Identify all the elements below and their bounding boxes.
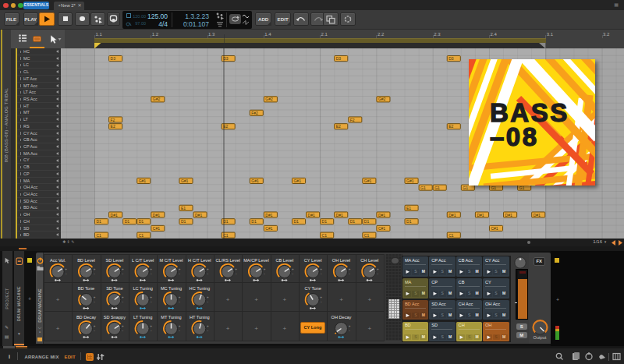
svg-text:-: - xyxy=(122,272,124,276)
svg-text:D#1: D#1 xyxy=(153,213,160,217)
svg-text:G1: G1 xyxy=(463,186,468,190)
svg-text:C#1: C#1 xyxy=(491,226,498,231)
svg-text:-: - xyxy=(151,272,152,276)
svg-text:Acc Vol.: Acc Vol. xyxy=(50,258,66,263)
svg-text:-: - xyxy=(349,272,350,276)
svg-text:E2: E2 xyxy=(336,124,341,129)
svg-text:+: + xyxy=(320,267,322,271)
svg-text:D1: D1 xyxy=(406,219,412,224)
svg-text:C#1: C#1 xyxy=(378,226,385,231)
svg-text:CB Level: CB Level xyxy=(275,258,293,263)
svg-text:D#1: D#1 xyxy=(336,213,343,217)
svg-text:+: + xyxy=(150,324,152,328)
svg-text:+: + xyxy=(282,325,286,332)
svg-text:CH Level: CH Level xyxy=(360,258,378,263)
svg-text:C#1: C#1 xyxy=(153,226,160,231)
svg-text:+: + xyxy=(207,267,209,271)
svg-text:-: - xyxy=(207,300,209,304)
svg-text:C1: C1 xyxy=(364,233,370,238)
svg-text:-: - xyxy=(264,272,265,276)
svg-text:+: + xyxy=(367,325,371,332)
svg-text:D#1: D#1 xyxy=(195,213,202,217)
svg-text:+: + xyxy=(235,267,237,271)
svg-text:G1: G1 xyxy=(519,186,525,190)
svg-text:G1: G1 xyxy=(434,186,440,190)
svg-text:D#1: D#1 xyxy=(308,213,315,217)
svg-text:C1: C1 xyxy=(139,233,144,238)
svg-text:M C/T Level: M C/T Level xyxy=(159,258,183,263)
svg-text:G#1: G#1 xyxy=(251,178,259,183)
svg-text:L C/T Level: L C/T Level xyxy=(132,258,154,263)
svg-text:D3: D3 xyxy=(336,56,342,61)
svg-text:-: - xyxy=(179,300,180,304)
svg-text:-: - xyxy=(94,329,95,333)
svg-text:BD Decay: BD Decay xyxy=(76,315,96,320)
svg-text:-: - xyxy=(151,300,152,304)
svg-text:D1: D1 xyxy=(364,219,370,224)
svg-text:+: + xyxy=(207,324,209,328)
svg-text:+: + xyxy=(339,296,343,303)
svg-text:+: + xyxy=(179,324,181,328)
svg-text:G1: G1 xyxy=(491,186,496,190)
svg-text:G#1: G#1 xyxy=(364,178,372,183)
svg-text:-: - xyxy=(179,329,180,333)
svg-text:CY Tone: CY Tone xyxy=(305,286,321,291)
svg-text:G#1: G#1 xyxy=(406,178,414,183)
svg-text:-: - xyxy=(292,272,294,276)
svg-text:+: + xyxy=(349,324,351,328)
svg-text:+: + xyxy=(292,267,294,271)
svg-text:+: + xyxy=(122,267,124,271)
svg-text:C1: C1 xyxy=(322,233,328,238)
svg-text:D#1: D#1 xyxy=(477,213,484,217)
svg-text:D#1: D#1 xyxy=(378,213,385,217)
svg-text:-: - xyxy=(179,272,180,276)
svg-text:CY Level: CY Level xyxy=(304,258,322,263)
svg-text:OH Level: OH Level xyxy=(332,258,350,263)
svg-text:+: + xyxy=(226,296,230,303)
svg-text:F2: F2 xyxy=(350,118,355,122)
svg-text:+: + xyxy=(207,295,209,299)
svg-text:C1: C1 xyxy=(97,233,102,238)
svg-text:+: + xyxy=(320,295,322,299)
svg-text:G#1: G#1 xyxy=(139,178,147,183)
svg-text:-: - xyxy=(207,272,209,276)
svg-text:SD Snappy: SD Snappy xyxy=(104,315,126,320)
svg-text:+: + xyxy=(179,267,181,271)
svg-text:E2: E2 xyxy=(111,124,115,129)
svg-text:F#2: F#2 xyxy=(251,111,258,115)
svg-text:+: + xyxy=(367,296,371,303)
svg-text:MA/CP Level: MA/CP Level xyxy=(243,258,269,263)
svg-text:BD Level: BD Level xyxy=(77,258,95,263)
svg-text:-: - xyxy=(151,329,152,333)
svg-text:MC Tuning: MC Tuning xyxy=(161,286,182,291)
svg-text:+: + xyxy=(264,267,266,271)
svg-text:D1: D1 xyxy=(125,219,130,224)
svg-text:HC Tuning: HC Tuning xyxy=(190,286,210,291)
svg-text:G#2: G#2 xyxy=(153,97,161,101)
svg-text:-: - xyxy=(122,329,124,333)
svg-text:D3: D3 xyxy=(448,56,454,61)
svg-text:G#2: G#2 xyxy=(378,97,386,101)
svg-text:F2: F2 xyxy=(111,118,115,122)
svg-text:-: - xyxy=(66,272,67,276)
svg-text:LT Tuning: LT Tuning xyxy=(133,315,152,320)
svg-text:-: - xyxy=(349,329,350,333)
svg-text:+: + xyxy=(94,324,96,328)
svg-text:-: - xyxy=(94,300,95,304)
svg-text:OH Decay: OH Decay xyxy=(332,315,352,320)
svg-text:D#1: D#1 xyxy=(505,213,512,217)
svg-text:G#1: G#1 xyxy=(293,178,301,183)
svg-text:-: - xyxy=(321,272,322,276)
svg-text:C#1: C#1 xyxy=(265,226,272,231)
svg-text:D#1: D#1 xyxy=(265,213,272,217)
svg-text:HT Tuning: HT Tuning xyxy=(190,315,210,320)
svg-text:D1: D1 xyxy=(293,219,299,224)
svg-text:SD Level: SD Level xyxy=(105,258,123,263)
svg-text:-: - xyxy=(94,272,95,276)
svg-text:+: + xyxy=(56,296,60,303)
svg-text:+: + xyxy=(150,295,152,299)
svg-text:+: + xyxy=(282,296,286,303)
svg-text:-: - xyxy=(122,300,124,304)
svg-text:-: - xyxy=(207,329,209,333)
svg-text:+: + xyxy=(254,296,258,303)
